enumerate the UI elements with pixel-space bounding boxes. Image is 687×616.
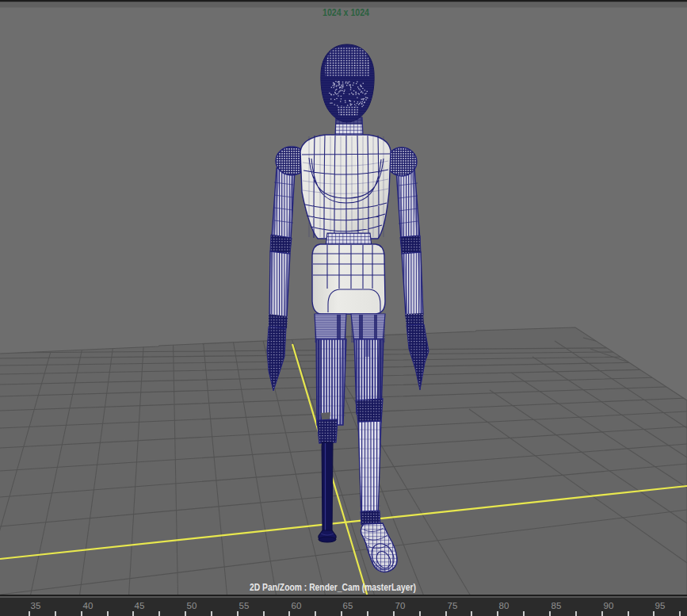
svg-text:65: 65 — [343, 601, 353, 610]
svg-text:85: 85 — [552, 601, 562, 610]
svg-text:45: 45 — [135, 601, 145, 610]
svg-text:95: 95 — [655, 601, 666, 610]
svg-text:2D Pan/Zoom : Render_Cam (mast: 2D Pan/Zoom : Render_Cam (masterLayer) — [250, 582, 416, 593]
svg-text:70: 70 — [395, 601, 406, 610]
svg-text:75: 75 — [448, 601, 458, 610]
svg-text:35: 35 — [31, 601, 41, 610]
svg-text:80: 80 — [499, 601, 510, 610]
svg-text:60: 60 — [292, 601, 302, 610]
svg-text:55: 55 — [239, 601, 250, 610]
svg-text:50: 50 — [187, 601, 197, 610]
svg-text:1024 x 1024: 1024 x 1024 — [323, 7, 369, 18]
svg-text:40: 40 — [83, 601, 94, 610]
svg-text:90: 90 — [604, 601, 614, 610]
